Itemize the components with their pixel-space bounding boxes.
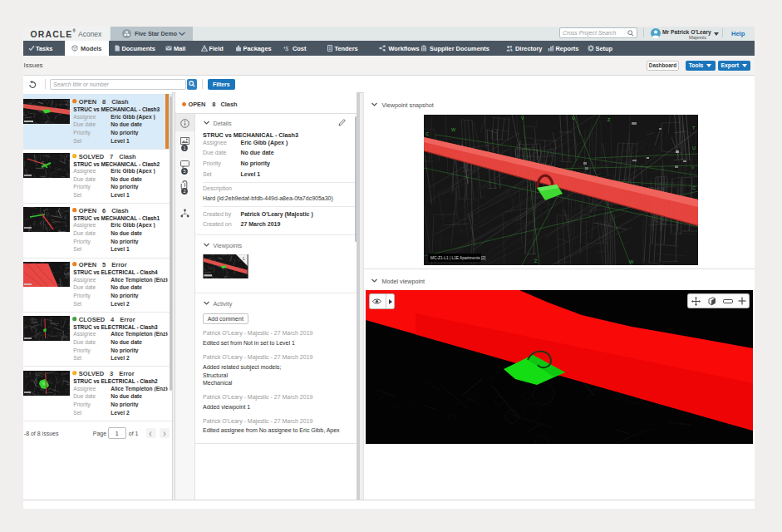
svg-text:U: U	[572, 116, 575, 121]
svg-text:C: C	[425, 131, 429, 136]
svg-text:5: 5	[183, 169, 185, 174]
svg-text:MC-Z1-L1 | L1E Apartments [2]: MC-Z1-L1 | L1E Apartments [2]	[430, 256, 485, 260]
svg-text:1: 1	[243, 256, 245, 261]
svg-text:U: U	[692, 145, 696, 150]
svg-text:Y: Y	[691, 165, 695, 170]
svg-text:$: $	[285, 45, 288, 51]
svg-text:2: 2	[183, 190, 185, 195]
svg-text:V: V	[521, 116, 524, 121]
svg-text:W: W	[451, 127, 456, 132]
svg-text:1: 1	[183, 145, 185, 150]
svg-text:C: C	[692, 185, 696, 190]
svg-text:W: W	[629, 259, 634, 264]
